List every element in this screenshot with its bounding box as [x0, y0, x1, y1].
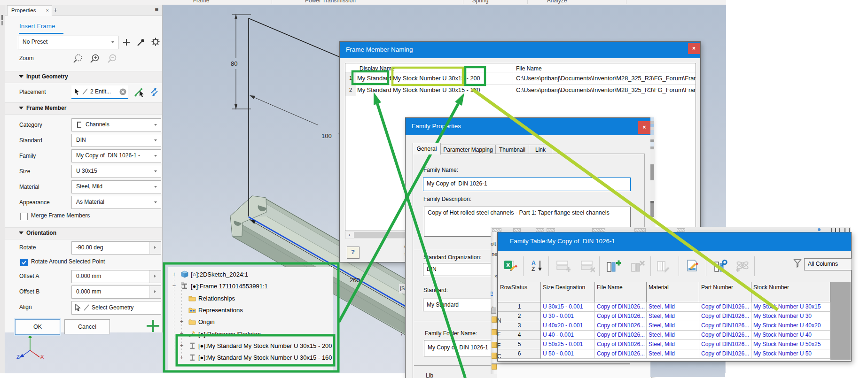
display-name-cell[interactable]: My Standard My Stock Number U 30x15 - 16… — [357, 86, 480, 93]
table-cell[interactable]: Copy of DIN1026... — [595, 302, 647, 312]
tree-item[interactable]: +[●]:My Standard My Stock Number U 30x15… — [168, 352, 333, 364]
column-header-size-designation[interactable]: Size Designation — [541, 282, 595, 302]
tree-expander[interactable]: + — [179, 319, 184, 324]
table-cell[interactable]: Copy of DIN1026... — [699, 302, 751, 312]
column-header-material[interactable]: Material — [647, 282, 699, 302]
section-orientation[interactable]: Orientation — [5, 227, 162, 239]
zoom-out-icon[interactable] — [107, 53, 118, 64]
scroll-left-icon[interactable]: ‹ — [346, 231, 353, 239]
row-number[interactable]: 1 — [345, 72, 356, 85]
table-cell[interactable]: Steel, Mild — [647, 321, 699, 331]
offset-b-flyout-button[interactable] — [149, 286, 161, 298]
select-line-icon[interactable] — [134, 86, 146, 98]
table-cell[interactable]: Copy of DIN1026... — [595, 321, 647, 331]
table-cell[interactable]: Steel, Mild — [647, 312, 699, 321]
close-button[interactable]: × — [638, 121, 650, 134]
table-cell[interactable]: My Stock Number U 50 — [751, 349, 830, 359]
table-cell[interactable]: Copy of DIN1026... — [595, 349, 647, 359]
family-table-titlebar[interactable]: Family Table:My Copy of DIN 1026-1 — [498, 232, 851, 251]
column-header-part-number[interactable]: Part Number — [699, 282, 751, 302]
placement-field[interactable]: 2 Entit... — [71, 85, 128, 99]
delete-column-icon[interactable] — [630, 259, 645, 272]
column-header-display-name[interactable]: Display Name — [360, 65, 395, 72]
tree-expander[interactable]: + — [179, 355, 184, 360]
filter-columns-dropdown[interactable]: All Columns — [804, 258, 852, 270]
key-column-icon[interactable] — [713, 259, 728, 272]
frame-member-naming-titlebar[interactable]: Frame Member Naming — [340, 42, 700, 58]
merge-frame-members-checkbox[interactable] — [20, 213, 28, 220]
table-cell[interactable]: My Stock Number U 30x15 — [751, 302, 830, 312]
dropdown-category[interactable]: Channels — [71, 118, 161, 131]
table-cell[interactable]: My Stock Number U 40x20 — [751, 321, 830, 331]
offset-a-flyout-button[interactable] — [149, 270, 161, 283]
row-status-cell[interactable]: 1 — [498, 302, 541, 312]
table-cell[interactable]: Copy of DIN1026... — [699, 321, 751, 331]
column-header-file-name[interactable]: File Name — [516, 65, 542, 72]
flip-direction-icon[interactable] — [149, 87, 160, 97]
new-tab-button[interactable]: + — [54, 6, 57, 14]
family-preview-icon[interactable] — [735, 259, 750, 272]
tree-item[interactable]: +[●]:My Standard My Stock Number U 30x15… — [168, 340, 333, 352]
table-cell[interactable]: U 50x25 - 0.001 — [541, 340, 595, 349]
column-header-rowstatus[interactable]: RowStatus — [498, 282, 541, 302]
preset-dropdown[interactable]: No Preset — [18, 36, 118, 49]
tree-item[interactable]: +[○]:2DSketch_2024:1 — [168, 269, 333, 281]
command-link-insert-frame[interactable]: Insert Frame — [19, 23, 55, 30]
dropdown-appearance[interactable]: As Material — [71, 196, 161, 209]
table-cell[interactable]: My Stock Number U 30 — [751, 312, 830, 321]
ok-button[interactable]: OK — [15, 319, 60, 335]
table-cell[interactable]: U 30 - 0.001 — [541, 312, 595, 321]
dropdown-size[interactable]: U 30x15 — [71, 165, 161, 178]
rotate-flyout-button[interactable] — [149, 242, 161, 254]
table-cell[interactable]: Steel, Mild — [647, 331, 699, 340]
tab-properties[interactable]: Properties × — [7, 5, 52, 16]
rotate-input[interactable]: -90.00 deg — [71, 241, 161, 255]
filter-icon[interactable] — [793, 259, 802, 268]
row-status-cell[interactable]: 5 — [498, 340, 541, 349]
dropdown-material[interactable]: Steel, Mild — [71, 180, 161, 193]
family-properties-titlebar[interactable]: Family Properties — [406, 118, 651, 135]
table-cell[interactable]: Copy of DIN1026... — [595, 340, 647, 349]
tree-item[interactable]: +Origin — [168, 316, 333, 328]
preset-add-icon[interactable] — [122, 38, 131, 47]
table-cell[interactable]: Steel, Mild — [647, 302, 699, 312]
edit-cell-icon[interactable] — [685, 259, 700, 272]
row-status-cell[interactable]: 6 — [498, 349, 541, 359]
preset-gear-icon[interactable] — [151, 37, 160, 46]
tab-close-icon[interactable]: × — [46, 8, 49, 13]
table-cell[interactable]: U 40x20 - 0.001 — [541, 321, 595, 331]
file-name-cell[interactable]: C:\Users\pribanj\Documents\Inventor\M28_… — [516, 75, 696, 82]
preset-eyedropper-icon[interactable] — [136, 38, 146, 47]
insert-row-icon[interactable] — [555, 259, 571, 272]
edit-column-icon[interactable] — [656, 259, 671, 272]
table-cell[interactable]: Steel, Mild — [647, 349, 699, 359]
section-input-geometry[interactable]: Input Geometry — [5, 71, 162, 83]
table-cell[interactable]: U 40 - 0.001 — [541, 331, 595, 340]
add-preset-button[interactable] — [145, 318, 161, 334]
panel-menu-icon[interactable]: ≡ — [155, 6, 158, 13]
row-status-cell[interactable]: 2 — [498, 312, 541, 321]
zoom-window-icon[interactable] — [72, 53, 84, 64]
dropdown-standard[interactable]: DIN — [71, 134, 161, 147]
row-number[interactable]: 2 — [345, 84, 356, 96]
table-cell[interactable]: Steel, Mild — [647, 340, 699, 349]
table-cell[interactable]: Copy of DIN1026... — [699, 349, 751, 359]
tree-expander[interactable]: + — [179, 343, 184, 348]
offset-a-input[interactable]: 0.000 mm — [71, 270, 161, 283]
column-header-file-name[interactable]: File Name — [595, 282, 647, 302]
table-cell[interactable]: U 30x15 - 0.001 — [541, 302, 595, 312]
sort-az-icon[interactable]: AZ — [531, 259, 546, 272]
insert-column-icon[interactable] — [606, 259, 621, 272]
delete-row-icon[interactable] — [580, 259, 595, 272]
table-cell[interactable]: Copy of DIN1026... — [699, 312, 751, 321]
tree-expander[interactable]: + — [179, 331, 184, 336]
tree-item[interactable]: Representations — [168, 305, 333, 316]
table-cell[interactable]: Copy of DIN1026... — [595, 312, 647, 321]
tree-expander[interactable]: + — [172, 271, 177, 277]
align-field[interactable]: Select Geometry — [71, 301, 161, 315]
table-cell[interactable]: Copy of DIN1026... — [699, 331, 751, 340]
table-cell[interactable]: Copy of DIN1026... — [699, 340, 751, 349]
zoom-in-icon[interactable] — [89, 53, 101, 64]
table-cell[interactable]: My Stock Number U 40 — [751, 331, 830, 340]
table-cell[interactable]: Copy of DIN1026... — [595, 331, 647, 340]
